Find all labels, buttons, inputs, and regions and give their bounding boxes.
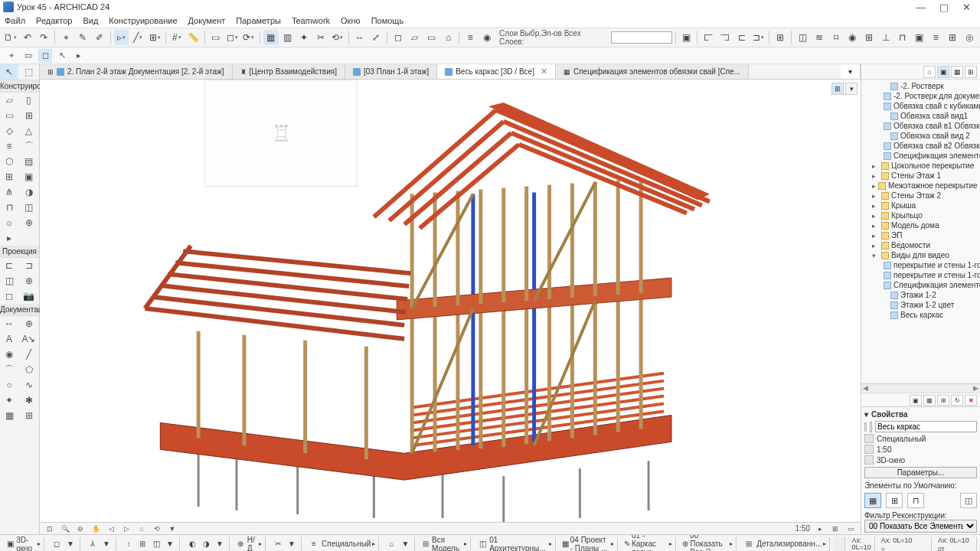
nav-pub-icon[interactable]: ⊞ <box>965 66 977 78</box>
tool-elevation[interactable]: ⊐ <box>20 258 38 273</box>
grid-button[interactable]: # <box>169 30 185 45</box>
tree-node[interactable]: ▾Виды для видео <box>861 250 980 260</box>
tree-node[interactable]: ▸ЭП <box>861 230 980 240</box>
snap-mode-button[interactable]: ╱ <box>130 30 145 45</box>
maximize-button[interactable]: ▢ <box>939 2 949 13</box>
bb-i15[interactable]: ≡ <box>308 538 320 550</box>
defaults-icon4[interactable]: ◫ <box>960 493 977 508</box>
tool-beam[interactable]: ▭ <box>0 108 18 123</box>
tool-level[interactable]: ⊕ <box>20 316 38 331</box>
tool-shell[interactable]: ⌒ <box>20 139 38 154</box>
tool-lamp[interactable]: ☼ <box>0 215 18 230</box>
bb-i17[interactable]: ▼ <box>399 538 411 550</box>
cut-button[interactable]: ✂ <box>313 30 328 45</box>
menu-document[interactable]: Документ <box>188 16 226 25</box>
tool-ie[interactable]: ◫ <box>0 273 18 289</box>
rect-button[interactable]: ▭ <box>208 30 224 45</box>
bb-d3[interactable]: 01 Архитектурны... <box>489 536 547 552</box>
bb-i9[interactable]: ◐ <box>186 538 198 550</box>
tool-stair[interactable]: ▤ <box>20 154 38 169</box>
tool-column[interactable]: ▯ <box>20 93 38 108</box>
menu-file[interactable]: Файл <box>5 16 25 25</box>
bb-i14[interactable]: ▼ <box>286 538 298 550</box>
bb-i3[interactable]: ⅄ <box>87 538 99 550</box>
inject-button[interactable]: ✐ <box>92 30 107 45</box>
tab-spec[interactable]: ▦Спецификация элементов обвязки свай [Сп… <box>556 64 749 79</box>
menu-edit[interactable]: Редактор <box>36 16 72 25</box>
defaults-icon2[interactable]: ⊞ <box>886 493 903 508</box>
tool-fill[interactable]: ◉ <box>0 347 18 362</box>
bb-i13[interactable]: ✂ <box>272 538 284 550</box>
tb-misc3[interactable]: ≋ <box>812 30 827 45</box>
tree-delete-button[interactable]: ✕ <box>965 395 977 406</box>
vp-next[interactable]: ▷ <box>121 523 132 534</box>
menu-help[interactable]: Помощь <box>371 16 404 25</box>
pick-button[interactable]: ⌖ <box>58 30 74 45</box>
bb-i6[interactable]: ⊞ <box>136 538 149 550</box>
vp-b2[interactable]: ▭ <box>845 523 856 534</box>
trace-on-button[interactable]: ▦ <box>263 30 279 45</box>
tree-node[interactable]: ▸Крыша <box>861 201 980 210</box>
bb-i21[interactable]: ✎ <box>624 538 630 550</box>
defaults-icon1[interactable]: ▦ <box>864 493 881 508</box>
tool-curtain[interactable]: ⊞ <box>0 169 18 184</box>
tool-circle[interactable]: ○ <box>0 377 18 393</box>
tool-fig[interactable]: ✱ <box>20 393 38 408</box>
bb-view-icon[interactable]: ▣ <box>6 538 15 550</box>
props-params-button[interactable]: Параметры... <box>864 467 977 478</box>
tb-misc11[interactable]: ⊞ <box>945 30 960 45</box>
tab-3d[interactable]: Весь каркас [3D / Все]✕ <box>437 64 556 79</box>
bb-i8[interactable]: ▼ <box>164 538 176 550</box>
tool-worksheet[interactable]: ⊕ <box>20 273 38 289</box>
vp-zoom-value[interactable]: 1:50 <box>795 524 810 533</box>
bb-d7[interactable]: Детализированн... <box>756 540 822 548</box>
bb-d2[interactable]: Вся Модель <box>432 536 462 552</box>
redo-button[interactable]: ↷ <box>37 30 52 45</box>
tree-btn4[interactable]: ↻ <box>951 395 963 406</box>
tb-misc10[interactable]: ≡ <box>928 30 943 45</box>
tree-node[interactable]: Спецификация элементов об <box>861 151 980 161</box>
bb-i12[interactable]: ⊕ <box>236 538 246 550</box>
tool-line[interactable]: ╱ <box>20 347 38 362</box>
tree-btn3[interactable]: ⊞ <box>937 395 949 406</box>
tree-node[interactable]: Обвязка свай вид1 <box>861 111 980 121</box>
3d-viewport[interactable]: ⊞ ▾ ♖ <box>40 80 861 522</box>
align-cv-button[interactable]: ⫎ <box>717 30 733 45</box>
section-button[interactable]: ⤢ <box>369 30 384 45</box>
guide-button[interactable]: ⊞ <box>147 30 162 45</box>
props-name-input[interactable] <box>875 421 977 432</box>
ruler-button[interactable]: 📏 <box>186 30 201 45</box>
vp-zoom-out[interactable]: ⊖ <box>75 523 86 534</box>
home-button[interactable]: ⌂ <box>441 30 456 45</box>
tree-node[interactable]: Обвязка свай с кубиками <box>861 101 980 111</box>
tab-nav-dropdown[interactable]: ▾ <box>841 64 861 79</box>
tool-roof[interactable]: △ <box>20 123 38 139</box>
tool-camera[interactable]: 📷 <box>20 289 38 304</box>
mini-arrow[interactable]: ↖ <box>55 49 69 63</box>
trace-button[interactable]: ▥ <box>280 30 296 45</box>
tree-node[interactable]: ▸Модель дома <box>861 220 980 230</box>
tool-grid2[interactable]: ⊕ <box>20 215 38 230</box>
tab-plan1[interactable]: [03 План 1-й этаж] <box>345 64 437 79</box>
layers-button[interactable]: ≡ <box>462 30 478 45</box>
tool-mesh[interactable]: ≡ <box>0 139 18 154</box>
menu-window[interactable]: Окно <box>341 16 361 25</box>
tool-wall[interactable]: ▱ <box>0 93 18 108</box>
cursor-mode-button[interactable]: ▹ <box>114 30 129 45</box>
tab-close-icon[interactable]: ✕ <box>541 67 547 77</box>
tree-node[interactable]: Обвязка свай в2 Обвязка свай <box>861 141 980 151</box>
tool-door[interactable]: ◫ <box>20 200 38 215</box>
bb-d4[interactable]: 04 Проект - Планы ... <box>570 536 609 552</box>
tool-marquee[interactable]: ⬚ <box>20 64 38 80</box>
tree-node[interactable]: ▸Межэтажное перекрытие <box>861 181 980 191</box>
vp-prev[interactable]: ◁ <box>106 523 116 534</box>
tree-node[interactable]: ▸Стены Этаж 2 <box>861 191 980 201</box>
bb-i18[interactable]: ⊞ <box>421 538 430 550</box>
nav-next-button[interactable]: ▭ <box>424 30 439 45</box>
undo-button[interactable]: ↶ <box>20 30 35 45</box>
tree-btn2[interactable]: ▦ <box>923 395 936 406</box>
align-right-button[interactable]: ⊏ <box>734 30 750 45</box>
props-collapse-icon[interactable]: ▾ <box>864 410 868 419</box>
tree-node[interactable]: ▸Ведомости <box>861 240 980 250</box>
bb-i5[interactable]: ↕ <box>122 538 135 550</box>
